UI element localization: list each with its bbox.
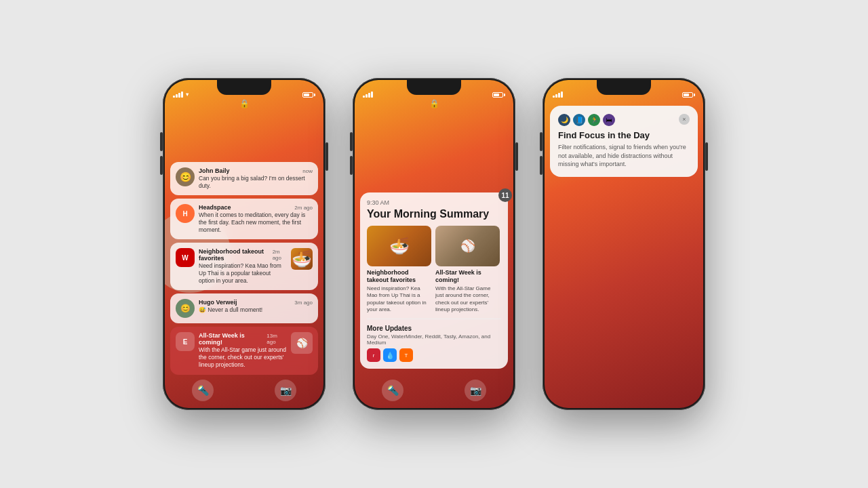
summary-image-food: 🍜 bbox=[367, 226, 431, 266]
notification-text: 😅 Never a dull moment! bbox=[199, 306, 313, 314]
summary-time: 9:30 AM bbox=[367, 199, 501, 206]
notch bbox=[597, 80, 651, 95]
summary-item-2-text: With the All-Star Game just around the c… bbox=[435, 285, 500, 314]
notification-thumbnail: ⚾ bbox=[291, 332, 313, 354]
lock-icon: 🔒 bbox=[429, 99, 439, 108]
notification-time: 3m ago bbox=[294, 300, 313, 306]
more-updates-title: More Updates bbox=[367, 325, 501, 332]
volume-up-button[interactable] bbox=[350, 132, 353, 151]
battery-indicator bbox=[492, 92, 505, 98]
more-updates-text: Day One, WaterMinder, Reddit, Tasty, Ama… bbox=[367, 333, 501, 346]
notification-item[interactable]: E All-Star Week is coming! 13m ago With … bbox=[170, 327, 318, 374]
notification-text: When it comes to meditation, every day i… bbox=[199, 211, 313, 234]
notification-badge: 11 bbox=[498, 188, 512, 202]
camera-button[interactable]: 📷 bbox=[465, 380, 486, 401]
battery-indicator bbox=[302, 92, 315, 98]
battery-indicator bbox=[682, 92, 695, 98]
volume-down-button[interactable] bbox=[350, 156, 353, 175]
notch bbox=[407, 80, 461, 95]
signal-indicator bbox=[363, 92, 373, 98]
avatar: 😊 bbox=[176, 167, 195, 186]
avatar: 😊 bbox=[176, 299, 195, 318]
notification-item[interactable]: 😊 Hugo Verweij 3m ago 😅 Never a dull mom… bbox=[170, 293, 318, 323]
summary-image-baseball: ⚾ bbox=[435, 226, 500, 266]
flashlight-button[interactable]: 🔦 bbox=[192, 380, 214, 401]
lock-screen-bottom-bar: 🔦 📷 bbox=[355, 380, 513, 401]
reddit-icon: r bbox=[367, 348, 380, 362]
power-button[interactable] bbox=[515, 142, 518, 171]
app-icon: 💧 bbox=[383, 348, 397, 362]
power-button[interactable] bbox=[705, 142, 708, 171]
focus-popup-header: 🌙 📘 🏃 🛏 × bbox=[558, 114, 690, 126]
notification-app-name: Headspace bbox=[199, 204, 231, 211]
summary-item-1-title: Neighborhood takeout favorites bbox=[367, 269, 431, 284]
lock-icon: 🔒 bbox=[239, 99, 250, 108]
notification-time: 2m ago bbox=[273, 249, 287, 261]
notification-item[interactable]: W Neighborhood takeout favorites 2m ago … bbox=[170, 243, 318, 290]
notification-list: 😊 John Baily now Can you bring a big sal… bbox=[165, 155, 323, 375]
volume-up-button[interactable] bbox=[540, 132, 542, 151]
notification-thumbnail: 🍜 bbox=[291, 248, 313, 270]
notification-content: John Baily now Can you bring a big salad… bbox=[199, 167, 313, 190]
sleep-icon: 🛏 bbox=[603, 114, 615, 126]
avatar: H bbox=[176, 204, 195, 223]
focus-popup-title: Find Focus in the Day bbox=[558, 130, 690, 140]
volume-down-button[interactable] bbox=[540, 156, 542, 175]
camera-button[interactable]: 📷 bbox=[275, 380, 296, 401]
app-icons-row: r 💧 T bbox=[367, 348, 501, 362]
signal-indicator: ▾ bbox=[173, 92, 189, 98]
close-button[interactable]: × bbox=[679, 114, 690, 125]
phone-3: 🌙 📘 🏃 🛏 × Find Focus in the Day Filter n… bbox=[542, 78, 705, 410]
focus-mode-icons: 🌙 📘 🏃 🛏 bbox=[558, 114, 615, 126]
notification-item[interactable]: 😊 John Baily now Can you bring a big sal… bbox=[170, 162, 318, 195]
phone-1: ▾ 🔒 9:41 Monday, June 7 😊 John Baily bbox=[163, 78, 326, 410]
volume-up-button[interactable] bbox=[160, 132, 163, 151]
notification-text: Need inspiration? Kea Mao from Up Thai i… bbox=[199, 262, 287, 285]
avatar: W bbox=[176, 248, 195, 267]
book-icon: 📘 bbox=[573, 114, 585, 126]
notification-content: Hugo Verweij 3m ago 😅 Never a dull momen… bbox=[199, 299, 313, 314]
summary-title: Your Morning Summary bbox=[367, 207, 501, 220]
notification-app-name: Neighborhood takeout favorites bbox=[199, 248, 273, 262]
notification-text: With the All-Star game just around the c… bbox=[199, 346, 287, 369]
summary-images: 🍜 Neighborhood takeout favorites Need in… bbox=[367, 226, 501, 313]
notification-time: 2m ago bbox=[294, 205, 313, 211]
notification-app-name: John Baily bbox=[199, 167, 230, 174]
notification-time: now bbox=[302, 168, 313, 174]
notification-content: Neighborhood takeout favorites 2m ago Ne… bbox=[199, 248, 287, 285]
notification-time: 13m ago bbox=[267, 333, 287, 345]
summary-item-1-text: Need inspiration? Kea Mao from Up Thai i… bbox=[367, 285, 431, 314]
notification-content: Headspace 2m ago When it comes to medita… bbox=[199, 204, 313, 234]
notch bbox=[217, 80, 271, 95]
notification-content: All-Star Week is coming! 13m ago With th… bbox=[199, 332, 287, 369]
volume-down-button[interactable] bbox=[160, 156, 163, 175]
avatar: E bbox=[176, 332, 195, 351]
lock-screen-bottom-bar: 🔦 📷 bbox=[165, 380, 323, 401]
more-updates-section: More Updates Day One, WaterMinder, Reddi… bbox=[367, 319, 501, 362]
run-icon: 🏃 bbox=[588, 114, 600, 126]
summary-item-2-title: All-Star Week is coming! bbox=[435, 269, 500, 284]
app-icon-2: T bbox=[399, 348, 413, 362]
notification-app-name: Hugo Verweij bbox=[199, 299, 237, 306]
phone-2: 🔒 9:41 Monday, June 7 11 9:30 AM Your Mo… bbox=[353, 78, 515, 410]
signal-indicator bbox=[553, 92, 563, 98]
power-button[interactable] bbox=[326, 142, 328, 171]
focus-popup-description: Filter notifications, signal to friends … bbox=[558, 143, 690, 169]
flashlight-button[interactable]: 🔦 bbox=[382, 380, 403, 401]
notification-item[interactable]: H Headspace 2m ago When it comes to medi… bbox=[170, 199, 318, 239]
notification-app-name: All-Star Week is coming! bbox=[199, 332, 267, 346]
notification-text: Can you bring a big salad? I'm on desser… bbox=[199, 175, 313, 190]
focus-popup: 🌙 📘 🏃 🛏 × Find Focus in the Day Filter n… bbox=[550, 106, 698, 177]
moon-icon: 🌙 bbox=[558, 114, 570, 126]
morning-summary-card[interactable]: 11 9:30 AM Your Morning Summary 🍜 Neighb… bbox=[360, 192, 508, 369]
